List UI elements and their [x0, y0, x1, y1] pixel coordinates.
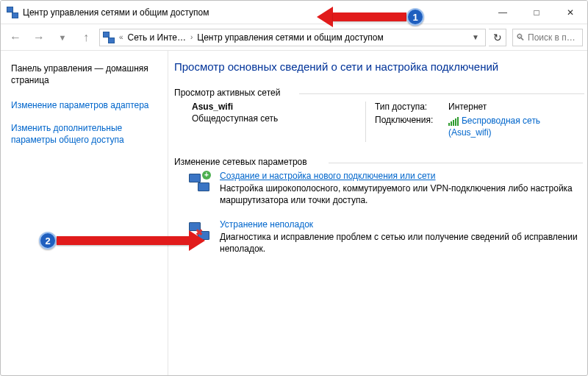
access-type-label: Тип доступа:: [375, 102, 448, 112]
network-type: Общедоступная сеть: [192, 113, 365, 124]
connections-label: Подключения:: [375, 115, 448, 125]
address-bar-row: ← → ▼ ↑ « Сеть и Инте… › Центр управлени…: [1, 24, 587, 51]
sidebar-link-adapter-settings[interactable]: Изменение параметров адаптера: [11, 99, 157, 111]
address-box[interactable]: « Сеть и Инте… › Центр управления сетями…: [99, 29, 486, 46]
sidebar-home-link[interactable]: Панель управления — домашняя страница: [11, 63, 157, 86]
option-troubleshoot[interactable]: ✖ Устранение неполадок Диагностика и исп…: [174, 212, 584, 260]
network-name: Asus_wifi: [192, 102, 365, 112]
network-center-icon: [103, 32, 115, 43]
network-settings-group: Изменение сетевых параметров + Создание …: [174, 157, 584, 261]
network-center-icon: [7, 7, 18, 18]
address-dropdown-icon[interactable]: ▼: [469, 33, 482, 41]
titlebar: Центр управления сетями и общим доступом…: [1, 1, 587, 24]
network-entry: Asus_wifi Общедоступная сеть: [174, 102, 365, 124]
network-details: Тип доступа: Интернет Подключения: Беспр…: [365, 102, 586, 141]
chevron-right-icon: «: [118, 33, 125, 41]
connection-link[interactable]: Беспроводная сеть (Asus_wifi): [448, 116, 540, 138]
search-input[interactable]: 🔍︎ Поиск в п…: [512, 29, 583, 46]
sidebar: Панель управления — домашняя страница Из…: [1, 51, 168, 375]
option-troubleshoot-desc: Диагностика и исправление проблем с сеть…: [220, 231, 580, 255]
close-button[interactable]: ✕: [553, 1, 587, 24]
chevron-right-icon: ›: [189, 33, 194, 41]
new-connection-icon: +: [187, 171, 211, 194]
breadcrumb[interactable]: Центр управления сетями и общим доступом: [197, 32, 384, 43]
troubleshoot-icon: ✖: [187, 219, 211, 243]
option-create-connection-desc: Настройка широкополосного, коммутируемог…: [220, 182, 580, 206]
window-title: Центр управления сетями и общим доступом: [23, 7, 209, 18]
sidebar-link-advanced-sharing[interactable]: Изменить дополнительные параметры общего…: [11, 122, 157, 146]
minimize-button[interactable]: —: [486, 1, 520, 24]
access-type-value: Интернет: [448, 102, 487, 112]
option-create-connection-title[interactable]: Создание и настройка нового подключения …: [220, 171, 580, 181]
search-icon: 🔍︎: [516, 32, 525, 43]
breadcrumb[interactable]: Сеть и Инте…: [128, 32, 186, 43]
nav-forward-button[interactable]: →: [29, 27, 49, 48]
active-networks-group: Просмотр активных сетей Asus_wifi Общедо…: [174, 88, 586, 141]
option-create-connection[interactable]: + Создание и настройка нового подключени…: [174, 163, 584, 212]
control-panel-window: Центр управления сетями и общим доступом…: [0, 0, 588, 376]
option-troubleshoot-title[interactable]: Устранение неполадок: [220, 219, 580, 230]
nav-back-button[interactable]: ←: [5, 27, 26, 48]
window-body: Панель управления — домашняя страница Из…: [1, 51, 587, 375]
search-placeholder: Поиск в п…: [528, 32, 576, 43]
wifi-signal-icon: [448, 117, 459, 126]
maximize-button[interactable]: □: [520, 1, 553, 24]
main-pane: Просмотр основных сведений о сети и наст…: [168, 51, 587, 375]
refresh-button[interactable]: ↻: [489, 29, 506, 46]
nav-recent-dropdown[interactable]: ▼: [52, 27, 73, 48]
nav-up-button[interactable]: ↑: [76, 27, 96, 48]
page-heading: Просмотр основных сведений о сети и наст…: [174, 60, 587, 74]
